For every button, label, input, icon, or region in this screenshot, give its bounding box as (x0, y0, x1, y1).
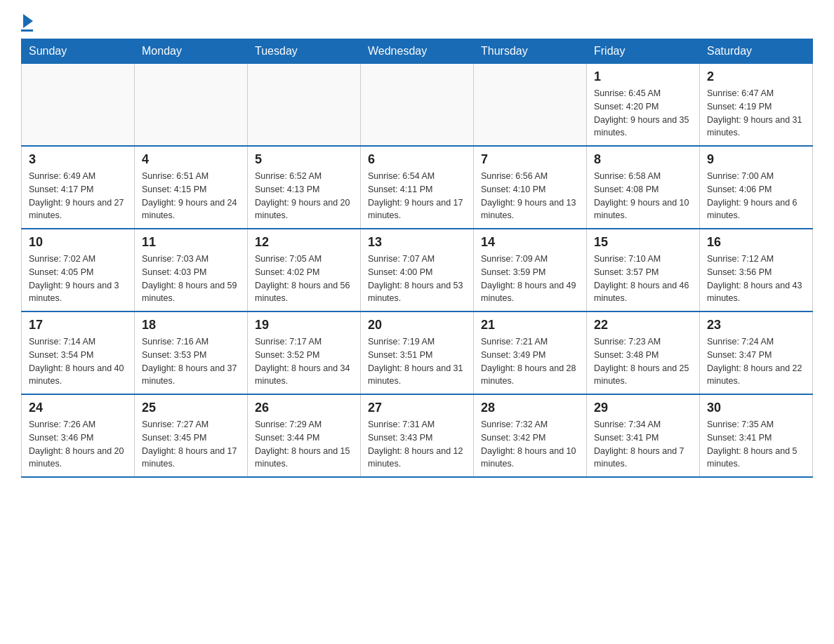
weekday-header-saturday: Saturday (700, 39, 813, 64)
day-info: Sunrise: 7:34 AMSunset: 3:41 PMDaylight:… (594, 418, 692, 471)
day-number: 23 (707, 318, 805, 333)
day-number: 5 (255, 152, 353, 167)
calendar-cell: 13Sunrise: 7:07 AMSunset: 4:00 PMDayligh… (361, 229, 474, 311)
calendar-cell: 5Sunrise: 6:52 AMSunset: 4:13 PMDaylight… (248, 146, 361, 229)
calendar-week-row: 1Sunrise: 6:45 AMSunset: 4:20 PMDaylight… (22, 64, 813, 147)
calendar-cell: 23Sunrise: 7:24 AMSunset: 3:47 PMDayligh… (700, 311, 813, 394)
calendar-cell: 30Sunrise: 7:35 AMSunset: 3:41 PMDayligh… (700, 394, 813, 477)
weekday-header-sunday: Sunday (22, 39, 135, 64)
calendar-cell: 29Sunrise: 7:34 AMSunset: 3:41 PMDayligh… (587, 394, 700, 477)
calendar-week-row: 24Sunrise: 7:26 AMSunset: 3:46 PMDayligh… (22, 394, 813, 477)
day-number: 7 (481, 152, 579, 167)
day-number: 30 (707, 401, 805, 415)
day-info: Sunrise: 7:07 AMSunset: 4:00 PMDaylight:… (368, 253, 466, 305)
day-info: Sunrise: 7:17 AMSunset: 3:52 PMDaylight:… (255, 335, 353, 388)
calendar-cell: 26Sunrise: 7:29 AMSunset: 3:44 PMDayligh… (248, 394, 361, 477)
calendar-cell: 20Sunrise: 7:19 AMSunset: 3:51 PMDayligh… (361, 311, 474, 394)
weekday-header-monday: Monday (135, 39, 248, 64)
day-number: 18 (142, 318, 240, 333)
calendar-cell: 12Sunrise: 7:05 AMSunset: 4:02 PMDayligh… (248, 229, 361, 311)
day-number: 29 (594, 401, 692, 415)
day-info: Sunrise: 7:29 AMSunset: 3:44 PMDaylight:… (255, 418, 353, 471)
day-number: 4 (142, 152, 240, 167)
calendar-cell: 10Sunrise: 7:02 AMSunset: 4:05 PMDayligh… (22, 229, 135, 311)
day-number: 20 (368, 318, 466, 333)
day-number: 2 (707, 69, 805, 84)
calendar-cell: 24Sunrise: 7:26 AMSunset: 3:46 PMDayligh… (22, 394, 135, 477)
page-header (21, 14, 813, 32)
day-info: Sunrise: 7:05 AMSunset: 4:02 PMDaylight:… (255, 253, 353, 305)
day-info: Sunrise: 7:03 AMSunset: 4:03 PMDaylight:… (142, 253, 240, 305)
calendar-cell (474, 64, 587, 147)
calendar-cell: 17Sunrise: 7:14 AMSunset: 3:54 PMDayligh… (22, 311, 135, 394)
day-info: Sunrise: 7:24 AMSunset: 3:47 PMDaylight:… (707, 335, 805, 388)
day-number: 9 (707, 152, 805, 167)
calendar-week-row: 10Sunrise: 7:02 AMSunset: 4:05 PMDayligh… (22, 229, 813, 311)
logo-triangle-icon (23, 14, 33, 28)
day-info: Sunrise: 7:14 AMSunset: 3:54 PMDaylight:… (29, 335, 127, 388)
calendar-week-row: 3Sunrise: 6:49 AMSunset: 4:17 PMDaylight… (22, 146, 813, 229)
day-number: 19 (255, 318, 353, 333)
weekday-header-tuesday: Tuesday (248, 39, 361, 64)
day-number: 28 (481, 401, 579, 415)
calendar-cell: 4Sunrise: 6:51 AMSunset: 4:15 PMDaylight… (135, 146, 248, 229)
calendar-body: 1Sunrise: 6:45 AMSunset: 4:20 PMDaylight… (22, 64, 813, 478)
calendar-week-row: 17Sunrise: 7:14 AMSunset: 3:54 PMDayligh… (22, 311, 813, 394)
day-info: Sunrise: 6:52 AMSunset: 4:13 PMDaylight:… (255, 170, 353, 222)
day-number: 21 (481, 318, 579, 333)
calendar-cell: 18Sunrise: 7:16 AMSunset: 3:53 PMDayligh… (135, 311, 248, 394)
day-info: Sunrise: 7:00 AMSunset: 4:06 PMDaylight:… (707, 170, 805, 222)
calendar-cell: 9Sunrise: 7:00 AMSunset: 4:06 PMDaylight… (700, 146, 813, 229)
day-info: Sunrise: 7:32 AMSunset: 3:42 PMDaylight:… (481, 418, 579, 471)
day-info: Sunrise: 6:49 AMSunset: 4:17 PMDaylight:… (29, 170, 127, 222)
day-number: 24 (29, 401, 127, 415)
weekday-header-friday: Friday (587, 39, 700, 64)
day-number: 10 (29, 235, 127, 250)
day-number: 6 (368, 152, 466, 167)
day-info: Sunrise: 7:09 AMSunset: 3:59 PMDaylight:… (481, 253, 579, 305)
weekday-header-row: SundayMondayTuesdayWednesdayThursdayFrid… (22, 39, 813, 64)
day-info: Sunrise: 7:35 AMSunset: 3:41 PMDaylight:… (707, 418, 805, 471)
day-info: Sunrise: 6:56 AMSunset: 4:10 PMDaylight:… (481, 170, 579, 222)
day-info: Sunrise: 6:45 AMSunset: 4:20 PMDaylight:… (594, 87, 692, 140)
day-number: 15 (594, 235, 692, 250)
day-info: Sunrise: 7:31 AMSunset: 3:43 PMDaylight:… (368, 418, 466, 471)
day-number: 26 (255, 401, 353, 415)
calendar-header: SundayMondayTuesdayWednesdayThursdayFrid… (22, 39, 813, 64)
calendar-cell: 21Sunrise: 7:21 AMSunset: 3:49 PMDayligh… (474, 311, 587, 394)
day-info: Sunrise: 6:47 AMSunset: 4:19 PMDaylight:… (707, 87, 805, 140)
calendar-cell: 25Sunrise: 7:27 AMSunset: 3:45 PMDayligh… (135, 394, 248, 477)
day-number: 25 (142, 401, 240, 415)
day-number: 22 (594, 318, 692, 333)
day-number: 3 (29, 152, 127, 167)
weekday-header-thursday: Thursday (474, 39, 587, 64)
calendar-cell: 11Sunrise: 7:03 AMSunset: 4:03 PMDayligh… (135, 229, 248, 311)
weekday-header-wednesday: Wednesday (361, 39, 474, 64)
day-info: Sunrise: 7:23 AMSunset: 3:48 PMDaylight:… (594, 335, 692, 388)
calendar-cell: 7Sunrise: 6:56 AMSunset: 4:10 PMDaylight… (474, 146, 587, 229)
day-info: Sunrise: 7:26 AMSunset: 3:46 PMDaylight:… (29, 418, 127, 471)
day-number: 1 (594, 69, 692, 84)
day-number: 27 (368, 401, 466, 415)
day-number: 11 (142, 235, 240, 250)
day-number: 8 (594, 152, 692, 167)
day-info: Sunrise: 6:58 AMSunset: 4:08 PMDaylight:… (594, 170, 692, 222)
logo (21, 14, 33, 32)
calendar-cell (361, 64, 474, 147)
calendar-cell: 15Sunrise: 7:10 AMSunset: 3:57 PMDayligh… (587, 229, 700, 311)
day-info: Sunrise: 7:16 AMSunset: 3:53 PMDaylight:… (142, 335, 240, 388)
calendar-cell: 14Sunrise: 7:09 AMSunset: 3:59 PMDayligh… (474, 229, 587, 311)
day-number: 13 (368, 235, 466, 250)
day-info: Sunrise: 7:10 AMSunset: 3:57 PMDaylight:… (594, 253, 692, 305)
calendar-cell: 2Sunrise: 6:47 AMSunset: 4:19 PMDaylight… (700, 64, 813, 147)
calendar-cell: 6Sunrise: 6:54 AMSunset: 4:11 PMDaylight… (361, 146, 474, 229)
calendar-cell: 3Sunrise: 6:49 AMSunset: 4:17 PMDaylight… (22, 146, 135, 229)
day-number: 12 (255, 235, 353, 250)
day-number: 16 (707, 235, 805, 250)
calendar-cell (22, 64, 135, 147)
calendar-cell: 8Sunrise: 6:58 AMSunset: 4:08 PMDaylight… (587, 146, 700, 229)
day-info: Sunrise: 7:27 AMSunset: 3:45 PMDaylight:… (142, 418, 240, 471)
calendar-cell: 28Sunrise: 7:32 AMSunset: 3:42 PMDayligh… (474, 394, 587, 477)
calendar-cell: 27Sunrise: 7:31 AMSunset: 3:43 PMDayligh… (361, 394, 474, 477)
calendar-cell: 22Sunrise: 7:23 AMSunset: 3:48 PMDayligh… (587, 311, 700, 394)
